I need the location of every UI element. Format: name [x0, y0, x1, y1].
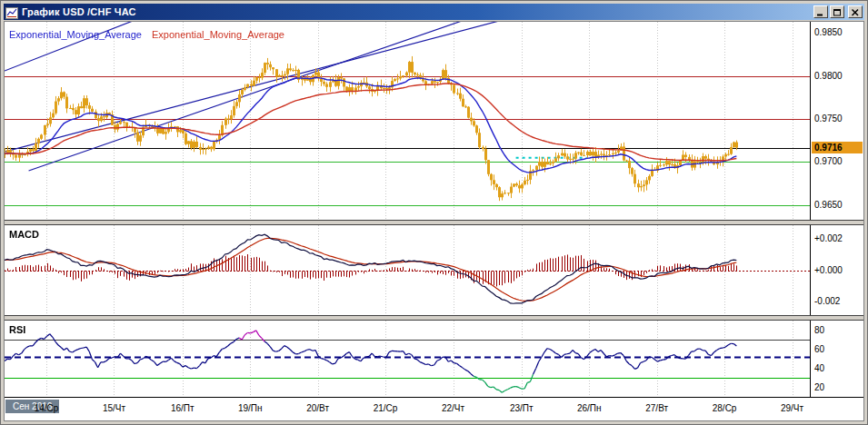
macd-panel-label: MACD	[9, 229, 39, 240]
window-icon[interactable]	[5, 6, 18, 18]
rsi-axis[interactable]: 80604020	[810, 321, 863, 397]
axis-tick-label: -0.002	[814, 296, 840, 307]
price-canvas[interactable]	[5, 22, 810, 220]
rsi-canvas[interactable]	[5, 321, 810, 397]
macd-axis[interactable]: +0.002+0.000-0.002	[810, 225, 863, 315]
time-axis-label: 19/Пн	[232, 403, 268, 413]
rsi-panel-label: RSI	[9, 324, 25, 335]
axis-tick-label: +0.002	[814, 233, 843, 244]
axis-tick-label: 0.9850	[814, 27, 843, 38]
time-axis-label: 14/Ср	[28, 403, 65, 413]
axis-tick-label: 0.9800	[814, 71, 843, 82]
time-axis-label: 15/Чт	[95, 403, 132, 413]
indicator-legend: Exponential_Moving_Average Exponential_M…	[9, 29, 292, 40]
time-axis-label: 21/Ср	[367, 403, 404, 413]
axis-tick-label: 40	[814, 363, 824, 374]
legend-ema-fast: Exponential_Moving_Average	[9, 29, 142, 40]
axis-tick-label: 0.9750	[814, 114, 843, 124]
rsi-panel: RSI 80604020	[5, 321, 863, 397]
maximize-icon	[833, 5, 842, 19]
macd-panel: MACD +0.002+0.000-0.002	[5, 225, 863, 315]
time-axis-label: 28/Ср	[706, 403, 743, 413]
minimize-icon	[817, 5, 824, 19]
title-bar[interactable]: График USD /CHF ЧАС	[4, 4, 864, 20]
axis-tick-label: 20	[814, 382, 824, 393]
macd-canvas[interactable]	[5, 225, 810, 315]
legend-ema-slow: Exponential_Moving_Average	[152, 29, 284, 40]
time-axis-label: 29/Чт	[774, 403, 811, 413]
axis-tick-label: +0.000	[814, 265, 843, 276]
price-panel: Exponential_Moving_Average Exponential_M…	[5, 22, 863, 220]
chart-client-area: Exponential_Moving_Average Exponential_M…	[4, 21, 864, 421]
time-axis-label: 23/Пт	[504, 403, 540, 413]
axis-tick-label: 80	[814, 325, 824, 336]
current-price-tag: 0.9716	[812, 142, 863, 153]
time-axis-label: 26/Пн	[571, 403, 607, 413]
app-window: График USD /CHF ЧАС Expone	[0, 0, 868, 425]
axis-tick-label: 0.9700	[814, 156, 843, 167]
time-axis[interactable]: Сен 2016 14/Ср15/Чт16/Пт19/Пн20/Вт21/Ср2…	[5, 397, 863, 420]
close-button[interactable]	[848, 5, 863, 18]
axis-tick-label: 60	[814, 344, 824, 355]
close-icon	[852, 5, 859, 19]
price-axis[interactable]: 0.9716 0.98500.98000.97500.97000.9650	[810, 22, 863, 220]
time-axis-label: 27/Вт	[639, 403, 675, 413]
axis-tick-label: 0.9650	[814, 200, 843, 211]
window-title: График USD /CHF ЧАС	[22, 6, 810, 17]
minimize-button[interactable]	[813, 5, 828, 18]
time-axis-label: 20/Вт	[300, 403, 336, 413]
time-axis-label: 16/Пт	[165, 403, 201, 413]
maximize-button[interactable]	[830, 5, 844, 18]
time-axis-label: 22/Чт	[435, 403, 472, 413]
